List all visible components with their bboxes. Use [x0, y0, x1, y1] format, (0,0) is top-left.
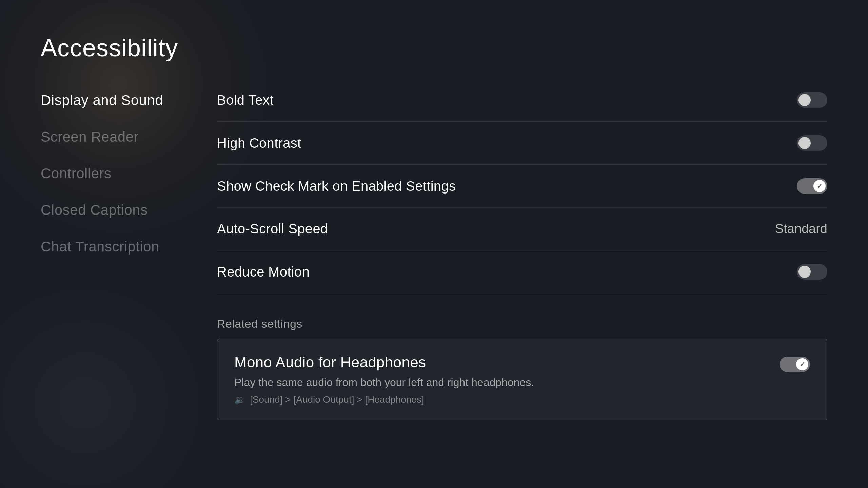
- related-settings-card-mono-audio[interactable]: Mono Audio for Headphones Play the same …: [217, 339, 827, 420]
- mono-audio-toggle-knob: [796, 358, 808, 370]
- mono-audio-toggle[interactable]: [780, 357, 810, 372]
- auto-scroll-speed-value[interactable]: Standard: [775, 222, 827, 236]
- setting-row-show-check-mark: Show Check Mark on Enabled Settings: [217, 165, 827, 208]
- setting-row-bold-text: Bold Text: [217, 89, 827, 122]
- bold-text-toggle[interactable]: [797, 92, 827, 108]
- sidebar-item-display-sound[interactable]: Display and Sound: [41, 92, 217, 108]
- high-contrast-toggle-knob: [798, 137, 811, 149]
- sidebar-item-closed-captions[interactable]: Closed Captions: [41, 202, 217, 218]
- reduce-motion-label: Reduce Motion: [217, 264, 310, 280]
- setting-row-high-contrast: High Contrast: [217, 122, 827, 165]
- sidebar-item-screen-reader[interactable]: Screen Reader: [41, 129, 217, 145]
- reduce-motion-toggle[interactable]: [797, 264, 827, 280]
- sidebar-item-chat-transcription[interactable]: Chat Transcription: [41, 239, 217, 255]
- bold-text-toggle-knob: [798, 94, 811, 106]
- settings-panel: Bold Text High Contrast Show Check Mark …: [217, 89, 827, 420]
- sidebar: Display and Sound Screen Reader Controll…: [41, 89, 217, 420]
- related-card-description: Play the same audio from both your left …: [234, 376, 780, 389]
- setting-row-reduce-motion: Reduce Motion: [217, 250, 827, 293]
- related-card-title: Mono Audio for Headphones: [234, 354, 780, 371]
- page-container: Accessibility Display and Sound Screen R…: [0, 0, 868, 454]
- related-settings-label: Related settings: [217, 317, 827, 330]
- show-check-mark-label: Show Check Mark on Enabled Settings: [217, 179, 456, 194]
- related-card-path: 🔉 [Sound] > [Audio Output] > [Headphones…: [234, 394, 780, 405]
- page-title: Accessibility: [41, 34, 827, 62]
- auto-scroll-speed-label: Auto-Scroll Speed: [217, 221, 328, 237]
- related-settings-section: Related settings Mono Audio for Headphon…: [217, 317, 827, 420]
- bold-text-label: Bold Text: [217, 93, 274, 108]
- related-card-content: Mono Audio for Headphones Play the same …: [234, 354, 780, 405]
- content-layout: Display and Sound Screen Reader Controll…: [41, 89, 827, 420]
- sidebar-item-controllers[interactable]: Controllers: [41, 165, 217, 182]
- high-contrast-label: High Contrast: [217, 136, 301, 151]
- setting-row-auto-scroll-speed: Auto-Scroll Speed Standard: [217, 208, 827, 250]
- high-contrast-toggle[interactable]: [797, 135, 827, 151]
- show-check-mark-toggle[interactable]: [797, 178, 827, 194]
- sound-icon: 🔉: [234, 394, 245, 405]
- reduce-motion-toggle-knob: [798, 266, 811, 278]
- show-check-mark-toggle-knob: [813, 180, 826, 192]
